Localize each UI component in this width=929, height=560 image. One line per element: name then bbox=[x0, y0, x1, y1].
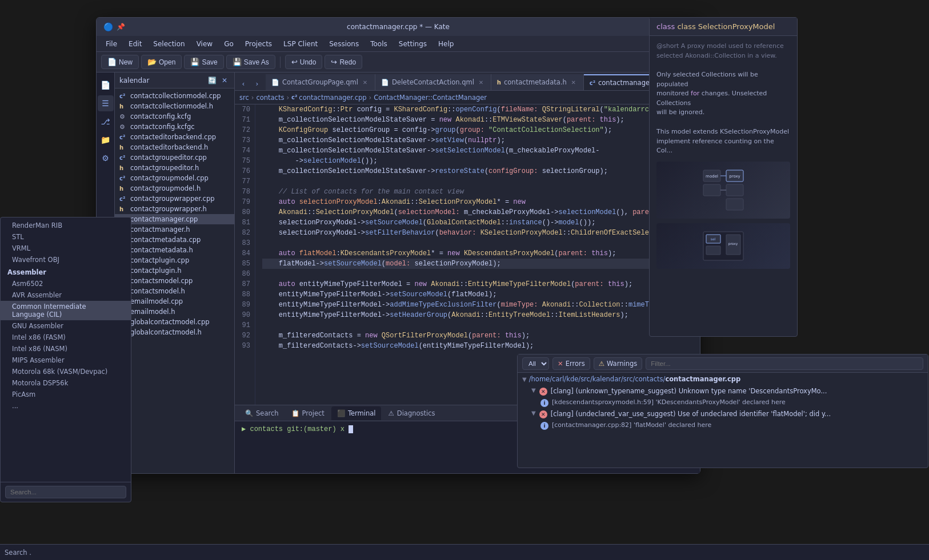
diagnostics-filter-select[interactable]: All bbox=[522, 357, 549, 370]
menu-tools[interactable]: Tools bbox=[366, 38, 392, 50]
sidebar-icon-folders[interactable]: 📁 bbox=[98, 132, 114, 148]
undo-button[interactable]: ↩ Undo bbox=[285, 55, 323, 69]
menu-edit[interactable]: Edit bbox=[124, 38, 146, 50]
sidebar-icon-git[interactable]: ⎇ bbox=[98, 114, 114, 130]
diagnostics-path-row[interactable]: ▼ /home/carl/kde/src/kalendar/src/contac… bbox=[518, 373, 928, 385]
pin-icon[interactable]: 📌 bbox=[117, 23, 125, 31]
file-item-contactgroupwrapper-cpp[interactable]: c²contactgroupwrapper.cpp bbox=[115, 194, 234, 204]
code-line: entityMimeTypeFilterModel->setSourceMode… bbox=[262, 289, 693, 300]
save-button[interactable]: 💾 Save bbox=[184, 55, 223, 69]
file-item-contactcollectionmodel-h[interactable]: hcontactcollectionmodel.h bbox=[115, 101, 234, 111]
code-line: ->selectionModel()); bbox=[262, 156, 693, 166]
lang-item-asm6502[interactable]: Asm6502 bbox=[1, 278, 131, 289]
lang-item-motorola68k[interactable]: Motorola 68k (VASM/Devpac) bbox=[1, 366, 131, 377]
svg-rect-3 bbox=[726, 184, 743, 196]
menu-selection[interactable]: Selection bbox=[149, 38, 189, 50]
file-item-globalcontactmodel-cpp[interactable]: c²globalcontactmodel.cpp bbox=[115, 317, 234, 327]
file-item-contactgroupwrapper-h[interactable]: hcontactgroupwrapper.h bbox=[115, 204, 234, 214]
lang-item-intel-nasm[interactable]: Intel x86 (NASM) bbox=[1, 343, 131, 354]
search-icon-small: 🔍 bbox=[245, 409, 253, 417]
tab-deletecontact[interactable]: 📄 DeleteContactAction.qml ✕ bbox=[375, 74, 491, 90]
file-item-contactsmodel-h[interactable]: hcontactsmodel.h bbox=[115, 286, 234, 296]
lang-item-more[interactable]: ... bbox=[1, 400, 131, 412]
tab-prev-button[interactable]: ‹ bbox=[237, 78, 250, 90]
file-item-contactgroupmodel-cpp[interactable]: c²contactgroupmodel.cpp bbox=[115, 173, 234, 183]
lang-item-intel-fasm[interactable]: Intel x86 (FASM) bbox=[1, 332, 131, 343]
file-item-emailmodel-cpp[interactable]: c²emailmodel.cpp bbox=[115, 296, 234, 307]
tab-contactgrouppage[interactable]: 📄 ContactGroupPage.qml ✕ bbox=[266, 74, 375, 90]
lang-item-gnu-asm[interactable]: GNU Assembler bbox=[1, 320, 131, 332]
lang-item-vrml[interactable]: VRML bbox=[1, 243, 131, 254]
file-type-icon: h bbox=[119, 144, 127, 151]
menu-sessions[interactable]: Sessions bbox=[325, 38, 363, 50]
errors-filter-button[interactable]: ✕ Errors bbox=[552, 357, 590, 370]
terminal-tab-terminal[interactable]: ⬛ Terminal bbox=[331, 406, 382, 420]
menu-help[interactable]: Help bbox=[434, 38, 458, 50]
file-item-contactconfig-kcfgc[interactable]: ⚙contactconfig.kcfgc bbox=[115, 122, 234, 132]
file-item-contactgroupmodel-h[interactable]: hcontactgroupmodel.h bbox=[115, 183, 234, 194]
diagnostic-sub-row-1[interactable]: i [kdescendantsproxymodel.h:59] 'KDescen… bbox=[518, 397, 928, 408]
file-item-contactmetadata-cpp[interactable]: c²contactmetadata.cpp bbox=[115, 235, 234, 245]
sidebar-icon-settings[interactable]: ⚙ bbox=[98, 150, 114, 166]
diagnostic-row-2[interactable]: ▼ ✕ [clang] (undeclared_var_use_suggest)… bbox=[518, 408, 928, 420]
terminal-tab-search[interactable]: 🔍 Search bbox=[239, 406, 285, 420]
terminal-tab-project[interactable]: 📋 Project bbox=[286, 406, 330, 420]
file-item-emailmodel-h[interactable]: hemailmodel.h bbox=[115, 307, 234, 317]
open-button[interactable]: 📂 Open bbox=[141, 55, 182, 69]
file-name: contactgroupeditor.cpp bbox=[130, 154, 207, 162]
lang-search-input[interactable] bbox=[5, 486, 126, 498]
save-icon: 💾 bbox=[190, 58, 199, 66]
tab-close-contactmetadata-h[interactable]: ✕ bbox=[570, 78, 578, 86]
lang-item-motorola-dsp[interactable]: Motorola DSP56k bbox=[1, 377, 131, 389]
menu-lsp[interactable]: LSP Client bbox=[279, 38, 322, 50]
diagnostic-row-1[interactable]: ▼ ✕ [clang] (unknown_typename_suggest) U… bbox=[518, 385, 928, 397]
tab-next-button[interactable]: › bbox=[251, 78, 263, 90]
menu-file[interactable]: File bbox=[101, 38, 122, 50]
file-item-contactmanager-h[interactable]: hcontactmanager.h bbox=[115, 224, 234, 235]
sidebar-icon-files[interactable]: 📄 bbox=[98, 77, 114, 93]
file-item-contactconfig-kcfg[interactable]: ⚙contactconfig.kcfg bbox=[115, 111, 234, 122]
file-item-contacteditorbackend-cpp[interactable]: c²contacteditorbackend.cpp bbox=[115, 132, 234, 142]
diagnostics-filter-input[interactable] bbox=[646, 357, 923, 370]
file-item-contactmanager-cpp[interactable]: c²contactmanager.cpp bbox=[115, 214, 234, 224]
lang-item-stl[interactable]: STL bbox=[1, 231, 131, 243]
docs-diagram-svg: model proxy bbox=[700, 167, 746, 213]
file-type-icon: c² bbox=[119, 93, 127, 99]
refresh-button[interactable]: 🔄 bbox=[207, 75, 217, 86]
menu-view[interactable]: View bbox=[192, 38, 217, 50]
file-item-contacteditorbackend-h[interactable]: hcontacteditorbackend.h bbox=[115, 142, 234, 152]
menu-projects[interactable]: Projects bbox=[241, 38, 277, 50]
sidebar-icon-outline[interactable]: ☰ bbox=[98, 95, 114, 111]
tab-close-deletecontact[interactable]: ✕ bbox=[477, 78, 485, 86]
menu-settings[interactable]: Settings bbox=[394, 38, 431, 50]
close-tree-button[interactable]: ✕ bbox=[219, 75, 230, 86]
diagnostic-sub-text-2: [contactmanager.cpp:82] 'flatModel' decl… bbox=[552, 421, 711, 429]
lang-item-picasm[interactable]: PicAsm bbox=[1, 389, 131, 400]
file-item-contactsmodel-cpp[interactable]: c²contactsmodel.cpp bbox=[115, 276, 234, 286]
file-item-contactgroupeditor-h[interactable]: hcontactgroupeditor.h bbox=[115, 163, 234, 173]
tab-contactmetadata-h[interactable]: h contactmetadata.h ✕ bbox=[491, 74, 584, 90]
tab-close-contactgrouppage[interactable]: ✕ bbox=[361, 78, 369, 86]
file-item-contactcollectionmodel-cpp[interactable]: c²contactcollectionmodel.cpp bbox=[115, 91, 234, 101]
lang-item-renderman[interactable]: RenderMan RIB bbox=[1, 220, 131, 231]
svg-text:model: model bbox=[706, 174, 718, 179]
terminal-tab-diagnostics[interactable]: ⚠ Diagnostics bbox=[382, 406, 441, 420]
lang-item-cil[interactable]: Common Intermediate Language (CIL) bbox=[1, 301, 131, 320]
lang-item-avr[interactable]: AVR Assembler bbox=[1, 289, 131, 301]
file-item-contactmetadata-h[interactable]: hcontactmetadata.h bbox=[115, 245, 234, 255]
file-item-contactgroupeditor-cpp[interactable]: c²contactgroupeditor.cpp bbox=[115, 152, 234, 163]
new-button[interactable]: 📄 New bbox=[101, 55, 139, 69]
file-item-contactplugin-h[interactable]: hcontactplugin.h bbox=[115, 265, 234, 276]
menu-go[interactable]: Go bbox=[219, 38, 238, 50]
redo-button[interactable]: ↪ Redo bbox=[325, 55, 362, 69]
lang-item-mips[interactable]: MIPS Assembler bbox=[1, 354, 131, 366]
file-item-globalcontactmodel-h[interactable]: hglobalcontactmodel.h bbox=[115, 327, 234, 337]
titlebar-left: 🔵 📌 bbox=[103, 22, 125, 31]
warnings-filter-button[interactable]: ⚠ Warnings bbox=[594, 357, 643, 370]
docs-panel-header: class class SelectionProxyModel bbox=[650, 18, 797, 36]
file-item-contactplugin-cpp[interactable]: c²contactplugin.cpp bbox=[115, 255, 234, 265]
save-as-button[interactable]: 💾 Save As bbox=[226, 55, 275, 69]
lang-item-wavefront[interactable]: Wavefront OBJ bbox=[1, 254, 131, 265]
project-icon: 📋 bbox=[291, 409, 299, 417]
diagnostic-sub-row-2[interactable]: i [contactmanager.cpp:82] 'flatModel' de… bbox=[518, 420, 928, 431]
